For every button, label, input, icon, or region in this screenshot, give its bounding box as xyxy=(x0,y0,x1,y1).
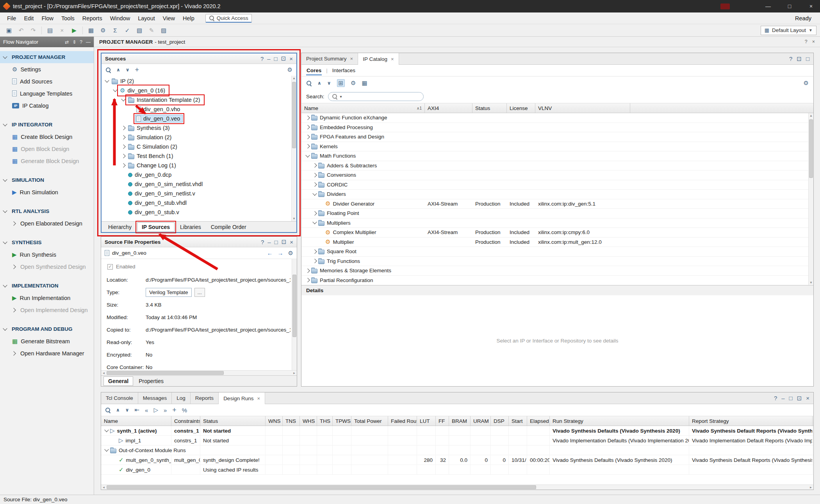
tree-item-div-gen-0-sim-netlist-vhdl[interactable]: div_gen_0_sim_netlist.vhdl xyxy=(102,179,296,189)
column-header-run-strategy[interactable]: Run Strategy xyxy=(550,416,689,426)
close-icon[interactable]: × xyxy=(257,396,260,401)
menu-layout[interactable]: Layout xyxy=(134,14,159,23)
browse-button[interactable]: ... xyxy=(194,288,205,297)
forward-icon[interactable]: » xyxy=(164,407,167,413)
flow-item-generate-block-design[interactable]: ▦Generate Block Design xyxy=(0,155,94,167)
column-header-ths[interactable]: THS xyxy=(317,416,333,426)
tree-item-body[interactable]: div_gen_0.vho xyxy=(135,105,183,113)
help-icon[interactable]: ? xyxy=(261,238,264,245)
catalog-row-multipliers[interactable]: Multipliers xyxy=(301,218,813,228)
type-select[interactable]: Verilog Template xyxy=(146,288,192,297)
tab-tcl-console[interactable]: Tcl Console xyxy=(101,392,138,404)
column-header-failed-routes[interactable]: Failed Routes xyxy=(388,416,417,426)
minimize-icon[interactable]: ‒ xyxy=(267,55,270,62)
chevron-right-icon[interactable] xyxy=(121,163,125,167)
tree-item-simulation-2[interactable]: Simulation (2) xyxy=(102,133,296,142)
close-icon[interactable]: × xyxy=(391,56,394,62)
flow-section-header-project-manager[interactable]: PROJECT MANAGER xyxy=(0,51,94,63)
run-row-synth-1-active[interactable]: ▷synth_1 (active)constrs_1Not startedViv… xyxy=(101,426,813,436)
tab-ip-catalog[interactable]: IP Catalog× xyxy=(358,53,399,65)
subtab-interfaces[interactable]: Interfaces xyxy=(332,66,356,75)
gear-icon[interactable]: ⚙ xyxy=(804,80,809,87)
tree-item-body[interactable]: div_gen_0.dcp xyxy=(127,171,174,179)
chevron-down-icon[interactable] xyxy=(104,428,109,432)
chevron-down-icon[interactable] xyxy=(3,283,7,287)
maximize-window-icon[interactable]: □ xyxy=(781,0,799,12)
scroll-left-icon[interactable]: ◂ xyxy=(101,371,106,375)
catalog-row-adders-subtracters[interactable]: Adders & Subtracters xyxy=(301,161,813,171)
column-header-report-strategy[interactable]: Report Strategy xyxy=(689,416,813,426)
tree-item-synthesis-3[interactable]: Synthesis (3) xyxy=(102,123,296,133)
add-icon[interactable]: + xyxy=(135,66,139,74)
close-icon[interactable]: × xyxy=(290,238,293,245)
tree-item-instantiation-template-2[interactable]: Instantiation Template (2) xyxy=(102,95,296,105)
flow-item-settings[interactable]: ⚙Settings xyxy=(0,63,94,75)
flow-item-add-sources[interactable]: Add Sources xyxy=(0,75,94,87)
chevron-right-icon[interactable] xyxy=(11,221,16,225)
program-icon[interactable]: ▦ xyxy=(362,80,367,87)
tab-compile-order[interactable]: Compile Order xyxy=(207,223,251,231)
run-row-div-gen-0[interactable]: ✓div_gen_0Using cached IP results xyxy=(101,465,813,475)
chevron-right-icon[interactable] xyxy=(305,144,310,149)
tab-messages[interactable]: Messages xyxy=(138,392,172,404)
chevron-right-icon[interactable] xyxy=(305,135,310,139)
minimize-icon[interactable]: ‒ xyxy=(781,395,784,401)
back-icon[interactable]: ← xyxy=(267,250,273,256)
copy-icon[interactable]: ▤ xyxy=(45,25,55,35)
maximize-icon[interactable]: □ xyxy=(806,55,809,62)
maximize-icon[interactable]: □ xyxy=(274,55,278,62)
subtab-cores[interactable]: Cores xyxy=(306,66,322,75)
skip-start-icon[interactable]: ⇤ xyxy=(135,406,140,413)
catalog-row-dynamic-function-exchange[interactable]: Dynamic Function eXchange xyxy=(301,113,813,123)
enabled-checkbox[interactable]: ✓ xyxy=(107,264,113,270)
chevron-down-icon[interactable] xyxy=(3,240,7,244)
chevron-down-icon[interactable] xyxy=(104,447,109,451)
tree-item-body[interactable]: C Simulation (2) xyxy=(127,143,180,151)
run-row-mult-gen-0-synth-1[interactable]: ✓mult_gen_0_synth_1mult_gen_0synth_desig… xyxy=(101,455,813,465)
wand-icon[interactable]: ▨ xyxy=(158,25,169,35)
play-outline-icon[interactable]: ▷ xyxy=(153,406,158,413)
catalog-row-conversions[interactable]: Conversions xyxy=(301,170,813,180)
chevron-right-icon[interactable] xyxy=(11,308,16,312)
tab-design-runs[interactable]: Design Runs× xyxy=(219,392,265,404)
run-icon[interactable]: ▶ xyxy=(69,25,80,35)
chevron-down-icon[interactable] xyxy=(312,191,317,195)
tree-item-body[interactable]: div_gen_0_sim_netlist.v xyxy=(127,190,198,197)
column-header-uram[interactable]: URAM xyxy=(471,416,491,426)
tree-item-body[interactable]: Synthesis (3) xyxy=(127,124,173,132)
minimize-icon[interactable]: ‒ xyxy=(267,238,271,245)
collapse-all-icon[interactable]: ∧ xyxy=(116,67,120,73)
scroll-right-icon[interactable]: ▸ xyxy=(292,371,297,375)
tree-item-body[interactable]: Change Log (1) xyxy=(127,161,179,169)
dock-icon[interactable]: ⇄ xyxy=(65,39,69,45)
report-icon[interactable]: ▧ xyxy=(134,25,145,35)
tree-item-body[interactable]: ⚙div_gen_0 (16) xyxy=(119,86,168,95)
flow-item-generate-bitstream[interactable]: ▦Generate Bitstream xyxy=(0,335,94,347)
catalog-row-cordic[interactable]: CORDIC xyxy=(301,180,813,190)
search-icon[interactable] xyxy=(105,67,111,73)
scroll-up-icon[interactable]: ▲ xyxy=(809,114,813,117)
layout-select[interactable]: ▦ Default Layout ▼ xyxy=(761,26,816,35)
tree-item-body[interactable]: Simulation (2) xyxy=(127,133,174,141)
menu-edit[interactable]: Edit xyxy=(20,14,37,23)
edit-icon[interactable]: ✎ xyxy=(146,25,157,35)
chevron-right-icon[interactable] xyxy=(305,278,310,282)
flow-item-open-elaborated-design[interactable]: Open Elaborated Design xyxy=(0,217,94,229)
horizontal-scrollbar[interactable]: ◂ ▸ xyxy=(101,484,813,490)
tab-ip-sources[interactable]: IP Sources xyxy=(137,222,175,232)
scroll-up-icon[interactable]: ▲ xyxy=(292,76,296,80)
tab-project-summary[interactable]: Project Summary× xyxy=(301,53,358,64)
chevron-down-icon[interactable] xyxy=(121,97,125,101)
vertical-scrollbar[interactable]: ▲ ▼ xyxy=(291,76,296,221)
flow-section-header-simulation[interactable]: SIMULATION xyxy=(0,174,94,186)
flow-item-run-implementation[interactable]: ▶Run Implementation xyxy=(0,292,94,304)
catalog-row-partial-reconfiguration[interactable]: Partial Reconfiguration xyxy=(301,276,813,286)
column-header-whs[interactable]: WHS xyxy=(300,416,317,426)
collapse-all-icon[interactable]: ∧ xyxy=(317,80,321,86)
scroll-down-icon[interactable]: ▼ xyxy=(809,281,813,284)
expand-all-icon[interactable]: ∨ xyxy=(125,407,129,413)
minimize-window-icon[interactable]: — xyxy=(759,0,777,12)
gear-icon[interactable]: ⚙ xyxy=(287,66,292,73)
tree-item-body[interactable]: Instantiation Template (2) xyxy=(127,96,203,104)
catalog-row-math-functions[interactable]: Math Functions xyxy=(301,151,813,161)
